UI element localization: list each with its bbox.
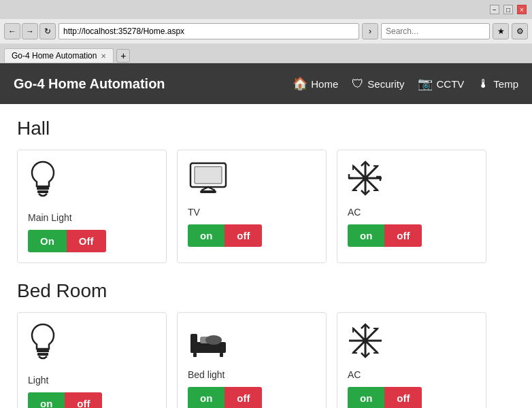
forward-button[interactable]: → bbox=[22, 23, 38, 39]
app-title: Go-4 Home Automation bbox=[14, 76, 293, 92]
bed-bedlight-label: Bed light bbox=[188, 369, 225, 380]
snowflake-icon-2 bbox=[348, 323, 383, 364]
bed-ac-off-button[interactable]: off bbox=[384, 387, 422, 408]
bed-light-toggle: on off bbox=[28, 392, 102, 408]
home-label: Home bbox=[311, 78, 338, 90]
svg-rect-4 bbox=[200, 190, 216, 193]
nav-cctv[interactable]: 📷 CCTV bbox=[418, 76, 464, 91]
svg-rect-17 bbox=[220, 353, 223, 357]
bed-light-card: Light on off bbox=[17, 312, 167, 408]
bed-bedlight-off-button[interactable]: off bbox=[225, 387, 262, 408]
hall-tv-on-button[interactable]: on bbox=[188, 224, 225, 247]
hall-ac-on-button[interactable]: on bbox=[348, 224, 384, 247]
svg-rect-16 bbox=[193, 353, 197, 357]
svg-rect-13 bbox=[190, 334, 197, 353]
minimize-button[interactable]: − bbox=[490, 5, 499, 14]
close-button[interactable]: × bbox=[517, 5, 527, 14]
browser-titlebar: − □ × bbox=[0, 0, 532, 19]
security-label: Security bbox=[367, 78, 404, 90]
nav-buttons: ← → ↻ bbox=[4, 23, 56, 39]
address-bar[interactable] bbox=[59, 23, 359, 39]
browser-tabs: Go-4 Home Automation ✕ + bbox=[0, 44, 532, 63]
svg-point-15 bbox=[205, 335, 222, 345]
refresh-button[interactable]: ↻ bbox=[39, 23, 56, 39]
cctv-icon: 📷 bbox=[418, 76, 433, 91]
temp-label: Temp bbox=[493, 78, 518, 90]
svg-point-22 bbox=[363, 338, 368, 343]
bed-icon bbox=[188, 323, 229, 364]
cctv-label: CCTV bbox=[436, 78, 464, 90]
bed-light-label: Light bbox=[28, 375, 48, 386]
app-container: Go-4 Home Automation 🏠 Home 🛡 Security 📷… bbox=[0, 63, 532, 408]
bed-ac-toggle: on off bbox=[348, 387, 422, 408]
bed-bedlight-toggle: on off bbox=[188, 387, 262, 408]
svg-rect-0 bbox=[37, 187, 49, 190]
nav-security[interactable]: 🛡 Security bbox=[352, 77, 404, 91]
lightbulb-icon-2 bbox=[28, 323, 58, 369]
bed-ac-on-button[interactable]: on bbox=[348, 387, 384, 408]
bed-light-on-button[interactable]: on bbox=[28, 392, 65, 408]
svg-rect-3 bbox=[195, 167, 222, 184]
temp-icon: 🌡 bbox=[478, 77, 490, 91]
bed-bedlight-card: Bed light on off bbox=[177, 312, 327, 408]
svg-rect-10 bbox=[37, 350, 49, 352]
home-icon: 🏠 bbox=[293, 76, 307, 91]
hall-ac-label: AC bbox=[348, 207, 361, 218]
top-nav: Go-4 Home Automation 🏠 Home 🛡 Security 📷… bbox=[0, 63, 532, 104]
bed-light-off-button[interactable]: off bbox=[65, 392, 102, 408]
new-tab-button[interactable]: + bbox=[116, 49, 130, 63]
snowflake-icon bbox=[348, 160, 383, 201]
bed-ac-label: AC bbox=[348, 369, 361, 380]
search-input[interactable] bbox=[381, 23, 490, 39]
tools-button[interactable]: ⚙ bbox=[512, 23, 528, 39]
bed-ac-card: AC on off bbox=[337, 312, 486, 408]
tv-icon bbox=[188, 160, 229, 201]
content: Hall Main Light On Off bbox=[0, 104, 532, 408]
bedroom-section-title: Bed Room bbox=[17, 280, 515, 302]
hall-light-label: Main Light bbox=[28, 212, 72, 223]
nav-home[interactable]: 🏠 Home bbox=[293, 76, 338, 91]
browser-chrome: − □ × ← → ↻ › ★ ⚙ Go-4 Home Automation ✕… bbox=[0, 0, 532, 63]
svg-rect-11 bbox=[37, 353, 48, 356]
svg-rect-1 bbox=[37, 190, 48, 193]
hall-light-card: Main Light On Off bbox=[17, 150, 167, 263]
browser-toolbar: ← → ↻ › ★ ⚙ bbox=[0, 19, 532, 44]
hall-ac-card: AC on off bbox=[337, 150, 486, 263]
hall-cards-row: Main Light On Off TV bbox=[17, 150, 515, 263]
nav-links: 🏠 Home 🛡 Security 📷 CCTV 🌡 Temp bbox=[293, 76, 518, 91]
hall-tv-toggle: on off bbox=[188, 224, 262, 247]
tab-close-button[interactable]: ✕ bbox=[101, 52, 106, 60]
favorites-button[interactable]: ★ bbox=[493, 23, 509, 39]
bed-bedlight-on-button[interactable]: on bbox=[188, 387, 225, 408]
hall-light-toggle: On Off bbox=[28, 230, 106, 252]
hall-tv-label: TV bbox=[188, 207, 200, 218]
lightbulb-icon bbox=[28, 160, 58, 207]
hall-light-off-button[interactable]: Off bbox=[67, 230, 106, 252]
hall-ac-toggle: on off bbox=[348, 224, 422, 247]
back-button[interactable]: ← bbox=[4, 23, 20, 39]
bedroom-cards-row: Light on off bbox=[17, 312, 515, 408]
restore-button[interactable]: □ bbox=[503, 5, 513, 14]
nav-temp[interactable]: 🌡 Temp bbox=[478, 77, 518, 91]
hall-ac-off-button[interactable]: off bbox=[384, 224, 422, 247]
svg-point-9 bbox=[363, 175, 368, 181]
security-icon: 🛡 bbox=[352, 77, 364, 91]
hall-section-title: Hall bbox=[17, 118, 515, 139]
hall-tv-off-button[interactable]: off bbox=[225, 224, 262, 247]
hall-tv-card: TV on off bbox=[177, 150, 327, 263]
active-tab[interactable]: Go-4 Home Automation ✕ bbox=[4, 48, 114, 63]
hall-light-on-button[interactable]: On bbox=[28, 230, 67, 252]
tab-label: Go-4 Home Automation bbox=[12, 51, 97, 61]
go-button[interactable]: › bbox=[362, 23, 378, 39]
